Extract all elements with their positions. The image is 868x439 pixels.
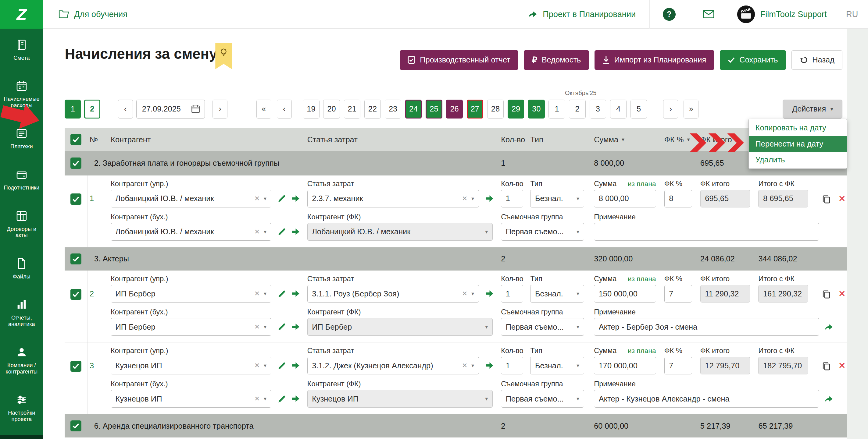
- day-cell[interactable]: 4: [610, 100, 626, 119]
- copy-row-icon[interactable]: [821, 289, 832, 300]
- back-button[interactable]: Назад: [792, 50, 842, 70]
- goto-contractor-icon[interactable]: [290, 393, 301, 404]
- sidebar-item-estimate[interactable]: Смета: [0, 29, 43, 70]
- menu-item-copy-to-date[interactable]: Копировать на дату: [749, 120, 847, 136]
- day-cell[interactable]: 28: [487, 100, 504, 119]
- group-checkbox[interactable]: [70, 254, 82, 264]
- calendar-icon[interactable]: [191, 104, 200, 113]
- app-logo[interactable]: Z: [0, 0, 43, 29]
- project-switcher[interactable]: Для обучения: [43, 9, 515, 19]
- goto-contractor-icon[interactable]: [290, 360, 301, 371]
- page-button-1[interactable]: 1: [65, 100, 81, 119]
- menu-item-move-to-date[interactable]: Перенести на дату: [749, 136, 847, 152]
- group-checkbox[interactable]: [70, 158, 82, 168]
- edit-contractor-icon[interactable]: [276, 193, 287, 204]
- planning-link[interactable]: Проект в Планировании: [515, 0, 649, 28]
- type-select[interactable]: Безнал.▾: [530, 357, 584, 374]
- col-sum[interactable]: Сумма▾: [594, 128, 624, 151]
- sidebar-item-files[interactable]: Файлы: [0, 247, 43, 289]
- page-button-2[interactable]: 2: [84, 100, 100, 119]
- clear-icon[interactable]: ✕: [254, 228, 260, 236]
- type-select[interactable]: Безнал.▾: [530, 285, 584, 303]
- day-cell[interactable]: 22: [364, 100, 381, 119]
- messages-button[interactable]: [689, 0, 727, 28]
- clear-icon[interactable]: ✕: [254, 195, 260, 203]
- row-checkbox[interactable]: [70, 194, 82, 204]
- copy-row-icon[interactable]: [821, 361, 832, 372]
- cost-item-combobox[interactable]: 2.3.7. механик✕▾: [307, 190, 479, 207]
- sidebar-item-accruals[interactable]: Начисляемые расходы: [0, 70, 43, 117]
- fk-percent-input[interactable]: [664, 285, 692, 303]
- clear-icon[interactable]: ✕: [462, 362, 467, 370]
- menu-item-delete[interactable]: Удалить: [749, 152, 847, 168]
- note-input[interactable]: [594, 223, 819, 241]
- day-cell[interactable]: 26: [446, 100, 463, 119]
- goto-contractor-icon[interactable]: [290, 322, 301, 332]
- sum-input[interactable]: [594, 190, 656, 207]
- day-cell[interactable]: 3: [590, 100, 606, 119]
- sidebar-item-accountables[interactable]: Подотчетники: [0, 159, 43, 200]
- goto-cost-item-icon[interactable]: [484, 360, 495, 371]
- date-input[interactable]: 27.09.2025: [136, 100, 205, 119]
- group-checkbox[interactable]: [70, 420, 82, 431]
- contractor-buh-combobox[interactable]: ИП Бербер✕▾: [111, 318, 271, 336]
- note-forward-icon[interactable]: [823, 393, 834, 404]
- import-from-planning-button[interactable]: Импорт из Планирования: [594, 50, 714, 70]
- goto-contractor-icon[interactable]: [290, 288, 301, 299]
- hint-bookmark[interactable]: [215, 43, 232, 69]
- contractor-fk-select[interactable]: Лобаницкий Ю.В. / механик▾: [307, 223, 493, 241]
- note-input[interactable]: [594, 318, 819, 336]
- production-report-button[interactable]: Производственный отчет: [400, 50, 518, 70]
- delete-row-icon[interactable]: ✕: [836, 193, 847, 204]
- edit-contractor-icon[interactable]: [276, 226, 287, 237]
- contractor-fk-select[interactable]: Кузнецов ИП▾: [307, 390, 493, 408]
- day-cell-selected[interactable]: 27: [467, 100, 483, 119]
- crew-select[interactable]: Первая съемо...▾: [501, 223, 584, 241]
- sidebar-item-reports[interactable]: Отчеты, аналитика: [0, 289, 43, 336]
- actions-button[interactable]: Действия▾: [783, 100, 842, 119]
- day-cell[interactable]: 23: [385, 100, 401, 119]
- sidebar-item-payments[interactable]: Платежи: [0, 117, 43, 159]
- sidebar-item-companies[interactable]: Компании / контрагенты: [0, 336, 43, 384]
- day-cell[interactable]: 24: [405, 100, 422, 119]
- contractor-buh-combobox[interactable]: Лобаницкий Ю.В. / механик✕▾: [111, 223, 271, 241]
- first-page-button[interactable]: «: [256, 100, 271, 119]
- qty-input[interactable]: [501, 285, 523, 303]
- note-forward-icon[interactable]: [823, 322, 834, 332]
- day-cell[interactable]: 30: [528, 100, 545, 119]
- delete-row-icon[interactable]: ✕: [836, 360, 847, 371]
- day-cell[interactable]: 5: [630, 100, 647, 119]
- sheet-button[interactable]: ₽ Ведомость: [524, 50, 589, 70]
- date-next-button[interactable]: ›: [213, 100, 227, 119]
- sidebar-item-project-settings[interactable]: Настройки проекта: [0, 384, 43, 431]
- col-fk-pct[interactable]: ФК %▾: [664, 128, 690, 151]
- goto-contractor-icon[interactable]: [290, 193, 301, 204]
- contractor-buh-combobox[interactable]: Кузнецов ИП✕▾: [111, 390, 271, 408]
- clear-icon[interactable]: ✕: [462, 195, 467, 203]
- day-cell[interactable]: 25: [426, 100, 442, 119]
- day-cell[interactable]: 19: [303, 100, 319, 119]
- crew-select[interactable]: Первая съемо...▾: [501, 318, 584, 336]
- select-all-checkbox[interactable]: [70, 134, 82, 145]
- day-cell[interactable]: 21: [344, 100, 360, 119]
- fk-percent-input[interactable]: [664, 357, 692, 374]
- fk-percent-input[interactable]: [664, 190, 692, 207]
- cost-item-combobox[interactable]: 3.1.2. Джек (Кузнецов Александр)✕▾: [307, 357, 479, 374]
- type-select[interactable]: Безнал.▾: [530, 190, 584, 207]
- copy-row-icon[interactable]: [821, 194, 832, 204]
- sum-input[interactable]: [594, 285, 656, 303]
- sidebar-item-contracts[interactable]: Договоры и акты: [0, 200, 43, 247]
- save-button[interactable]: Сохранить: [720, 50, 786, 70]
- row-checkbox[interactable]: [70, 361, 82, 372]
- day-cell[interactable]: 1: [549, 100, 565, 119]
- clear-icon[interactable]: ✕: [254, 323, 260, 331]
- next-page-button[interactable]: ›: [663, 100, 678, 119]
- contractor-upr-combobox[interactable]: ИП Бербер✕▾: [111, 285, 271, 303]
- note-input[interactable]: [594, 390, 819, 408]
- edit-contractor-icon[interactable]: [276, 360, 287, 371]
- sum-input[interactable]: [594, 357, 656, 374]
- contractor-upr-combobox[interactable]: Кузнецов ИП✕▾: [111, 357, 271, 374]
- day-cell[interactable]: 20: [323, 100, 340, 119]
- edit-contractor-icon[interactable]: [276, 322, 287, 332]
- last-page-button[interactable]: »: [684, 100, 699, 119]
